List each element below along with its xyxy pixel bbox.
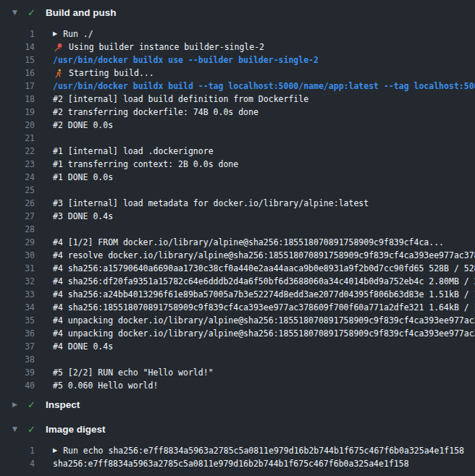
log-line[interactable]: 24 #1 DONE 0.0s (0, 171, 475, 184)
run-group-chevron-icon[interactable]: ▶ (53, 27, 57, 41)
log-line[interactable]: 36 #4 unpacking docker.io/library/alpine… (0, 327, 475, 340)
expand-triangle-icon[interactable]: ▼ (12, 421, 22, 437)
section-title: Image digest (46, 424, 106, 435)
line-content: #5 [2/2] RUN echo "Hello world!" (35, 366, 475, 379)
line-content: #1 DONE 0.0s (35, 171, 475, 184)
log-line[interactable]: 14 Using builder instance builder-single… (0, 41, 475, 54)
line-number[interactable]: 1 (0, 27, 35, 41)
log-line[interactable]: 37 #4 DONE 0.4s (0, 340, 475, 353)
line-text: Run echo sha256:e7ff8834a5963a2785c5a081… (63, 444, 464, 457)
log-line[interactable]: 22 #1 [internal] load .dockerignore (0, 145, 475, 158)
line-number[interactable]: 21 (0, 132, 35, 145)
log-line[interactable]: 21 (0, 132, 475, 145)
log-line[interactable]: 34 #4 sha256:185518070891758909c9f839cf4… (0, 301, 475, 314)
line-number[interactable]: 19 (0, 106, 35, 119)
line-text: #1 transferring context: 2B 0.0s done (53, 158, 238, 171)
log-line[interactable]: 19 #2 transferring dockerfile: 74B 0.0s … (0, 106, 475, 119)
line-number[interactable]: 16 (0, 67, 35, 80)
expand-triangle-icon[interactable]: ▼ (12, 4, 22, 20)
log-line[interactable]: 15 /usr/bin/docker buildx use --builder … (0, 54, 475, 67)
line-number[interactable]: 27 (0, 210, 35, 223)
line-number[interactable]: 29 (0, 236, 35, 249)
log-line[interactable]: 40 #5 0.060 Hello world! (0, 379, 475, 392)
line-number[interactable]: 30 (0, 249, 35, 262)
line-number[interactable]: 4 (0, 457, 35, 470)
line-number[interactable]: 25 (0, 184, 35, 197)
line-text: #4 DONE 0.4s (53, 340, 113, 353)
log-line[interactable]: 27 #3 DONE 0.4s (0, 210, 475, 223)
line-number[interactable]: 34 (0, 301, 35, 314)
success-check-icon: ✓ (28, 399, 39, 410)
log-line[interactable]: 18 #2 [internal] load build definition f… (0, 93, 475, 106)
line-content: #4 resolve docker.io/library/alpine@sha2… (35, 249, 475, 262)
line-content: /usr/bin/docker buildx build --tag local… (35, 80, 475, 93)
line-content: #2 transferring dockerfile: 74B 0.0s don… (35, 106, 475, 119)
log-line[interactable]: 1 ▶Run ./ (0, 27, 475, 41)
line-content: #3 [internal] load metadata for docker.i… (35, 197, 475, 210)
expand-triangle-icon[interactable]: ▶ (12, 396, 22, 412)
line-content: #4 sha256:a15790640a6690aa1730c38cf0a440… (35, 262, 475, 275)
log-line[interactable]: 30 #4 resolve docker.io/library/alpine@s… (0, 249, 475, 262)
line-number[interactable]: 35 (0, 314, 35, 327)
log-section-build-and-push: ▼ ✓ Build and push 1 ▶Run ./ 14 Using bu… (0, 0, 475, 392)
log-line[interactable]: 25 (0, 184, 475, 197)
line-text: #1 DONE 0.0s (53, 171, 113, 184)
line-number[interactable]: 37 (0, 340, 35, 353)
log-line[interactable]: 17 /usr/bin/docker buildx build --tag lo… (0, 80, 475, 93)
line-number[interactable]: 20 (0, 119, 35, 132)
section-header[interactable]: ▶ ✓ Inspect (0, 396, 475, 412)
section-header[interactable]: ▼ ✓ Build and push (0, 4, 475, 20)
line-number[interactable]: 17 (0, 80, 35, 93)
log-line[interactable]: 29 #4 [1/2] FROM docker.io/library/alpin… (0, 236, 475, 249)
log-line[interactable]: 38 (0, 353, 475, 366)
line-content: Starting build... (35, 67, 475, 80)
log-line[interactable]: 26 #3 [internal] load metadata for docke… (0, 197, 475, 210)
line-number[interactable]: 32 (0, 275, 35, 288)
log-line[interactable]: 1 ▶Run echo sha256:e7ff8834a5963a2785c5a… (0, 444, 475, 457)
line-text: #4 sha256:185518070891758909c9f839cf4ca3… (53, 301, 475, 314)
run-group-chevron-icon[interactable]: ▶ (53, 444, 57, 457)
line-number[interactable]: 31 (0, 262, 35, 275)
line-content: #4 sha256:df20fa9351a15782c64e6dddb2d4a6… (35, 275, 475, 288)
line-number[interactable]: 38 (0, 353, 35, 366)
log-line[interactable]: 35 #4 unpacking docker.io/library/alpine… (0, 314, 475, 327)
line-content: ▶Run echo sha256:e7ff8834a5963a2785c5a08… (35, 444, 475, 457)
success-check-icon: ✓ (28, 424, 39, 435)
pushpin-icon (53, 42, 63, 52)
line-number[interactable]: 26 (0, 197, 35, 210)
line-content: ▶Run ./ (35, 27, 475, 41)
log-line[interactable]: 23 #1 transferring context: 2B 0.0s done (0, 158, 475, 171)
log-line[interactable]: 32 #4 sha256:df20fa9351a15782c64e6dddb2d… (0, 275, 475, 288)
log-line[interactable]: 16 Starting build... (0, 67, 475, 80)
line-text: sha256:e7ff8834a5963a2785c5a0811e979d16b… (53, 457, 409, 470)
line-number[interactable]: 24 (0, 171, 35, 184)
log-line[interactable]: 28 (0, 223, 475, 236)
line-text: #3 DONE 0.4s (53, 210, 113, 223)
line-content: #4 sha256:a24bb4013296f61e89ba57005a7b3e… (35, 288, 475, 301)
line-number[interactable]: 14 (0, 41, 35, 54)
line-content: Using builder instance builder-single-2 (35, 41, 475, 54)
line-number[interactable]: 23 (0, 158, 35, 171)
line-number[interactable]: 40 (0, 379, 35, 392)
line-number[interactable]: 36 (0, 327, 35, 340)
line-number[interactable]: 15 (0, 54, 35, 67)
line-text: #4 unpacking docker.io/library/alpine@sh… (53, 314, 475, 327)
log-line[interactable]: 4 sha256:e7ff8834a5963a2785c5a0811e979d1… (0, 457, 475, 470)
line-number[interactable]: 22 (0, 145, 35, 158)
line-text: #3 [internal] load metadata for docker.i… (53, 197, 369, 210)
log-line[interactable]: 20 #2 DONE 0.0s (0, 119, 475, 132)
line-number[interactable]: 28 (0, 223, 35, 236)
line-content: sha256:e7ff8834a5963a2785c5a0811e979d16b… (35, 457, 475, 470)
log-line[interactable]: 39 #5 [2/2] RUN echo "Hello world!" (0, 366, 475, 379)
line-text: #4 unpacking docker.io/library/alpine@sh… (53, 327, 475, 340)
line-text: #5 0.060 Hello world! (53, 379, 158, 392)
line-text: #4 sha256:a24bb4013296f61e89ba57005a7b3e… (53, 288, 475, 301)
line-number[interactable]: 39 (0, 366, 35, 379)
line-text: #1 [internal] load .dockerignore (53, 145, 214, 158)
log-line[interactable]: 31 #4 sha256:a15790640a6690aa1730c38cf0a… (0, 262, 475, 275)
line-number[interactable]: 1 (0, 444, 35, 457)
log-line[interactable]: 33 #4 sha256:a24bb4013296f61e89ba57005a7… (0, 288, 475, 301)
line-number[interactable]: 18 (0, 93, 35, 106)
line-number[interactable]: 33 (0, 288, 35, 301)
section-header[interactable]: ▼ ✓ Image digest (0, 421, 475, 437)
